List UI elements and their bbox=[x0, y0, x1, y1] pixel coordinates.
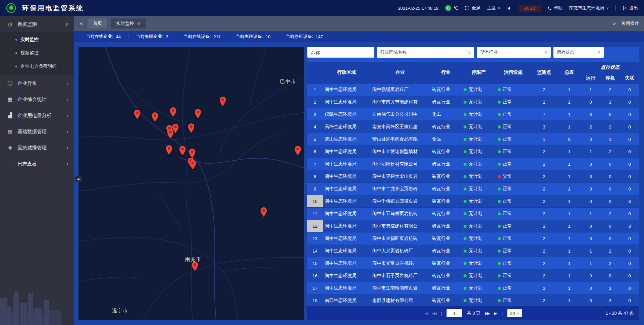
map-pin[interactable] bbox=[189, 160, 197, 170]
close-operations-dropdown[interactable]: 关闭操作 bbox=[621, 20, 639, 26]
announcement-button[interactable] bbox=[507, 6, 512, 11]
cell-monitor-points: 2 bbox=[531, 183, 557, 195]
map-collapse-handle[interactable]: ◀ bbox=[74, 175, 82, 183]
map-pin[interactable] bbox=[169, 107, 177, 117]
table-row[interactable]: 11 阆中生态环境局 阆中市五马桥页岩机砖 砖瓦行业 无计划 bbox=[307, 208, 639, 220]
cell-pollution-facility: 正常 bbox=[496, 146, 531, 158]
sidebar-group-log-view[interactable]: ≡ 日志查看 ‹ bbox=[0, 156, 74, 172]
alert-count-badge[interactable]: 2632 bbox=[519, 5, 541, 12]
cell-region: 阆中生态环境局 bbox=[323, 220, 370, 232]
region-filter-select[interactable]: 行政区域名称 ∨ bbox=[377, 47, 474, 58]
map-pin[interactable] bbox=[151, 112, 159, 122]
map-pin[interactable] bbox=[189, 148, 196, 158]
pagination-bar: |◀ ◀◀ | 共 3 页 ▶▶ ▶| | 20 ∨ bbox=[307, 306, 639, 320]
map-pin-icon bbox=[179, 146, 186, 156]
map-pin[interactable] bbox=[167, 129, 174, 139]
map-pin-icon bbox=[151, 112, 159, 122]
map-pin[interactable] bbox=[219, 96, 226, 106]
table-row[interactable]: 12 阆中生态环境局 阆中市忠信建材有限公 砖瓦行业 无计划 bbox=[307, 220, 639, 232]
sidebar-group-company-statistics[interactable]: ▦ 企业综合统计 ‹ bbox=[0, 91, 74, 107]
next-page-button[interactable]: ▶▶ bbox=[485, 311, 489, 316]
cell-region: 高坪生态环境局 bbox=[323, 121, 370, 133]
status-dot-icon bbox=[498, 262, 501, 265]
close-tab-icon[interactable]: ⊗ bbox=[137, 21, 141, 26]
name-filter-input[interactable] bbox=[307, 47, 374, 58]
status-dot-icon bbox=[464, 113, 467, 116]
sidebar-group-emergency-management[interactable]: ◈ 应急减排管理 ‹ bbox=[0, 140, 74, 156]
cell-running: 3 bbox=[581, 232, 600, 245]
table-row[interactable]: 9 阆中生态环境局 阆中市二龙长宝页岩砖 砖瓦行业 无计划 bbox=[307, 183, 639, 195]
table-row[interactable]: 14 阆中生态环境局 阆中大兴页岩机砖厂 砖瓦行业 无计划 bbox=[307, 245, 639, 257]
table-row[interactable]: 6 阆中生态环境局 阆中市金博瑞新型墙材 砖瓦行业 无计划 bbox=[307, 146, 639, 158]
sidebar-group-power-analysis[interactable]: ▟ 企业用电量分析 ‹ bbox=[0, 107, 74, 123]
cell-total-meter: 1 bbox=[557, 245, 581, 257]
status-dot-icon bbox=[498, 237, 501, 240]
tabs-scroll-left-icon[interactable]: « bbox=[78, 20, 84, 26]
table-row[interactable]: 4 高坪生态环境局 南充市高坪区王家店建 砖瓦行业 无计划 bbox=[307, 121, 639, 133]
table-row[interactable]: 2 阆中生态环境局 阆中市南方节能建材有 砖瓦行业 无计划 bbox=[307, 96, 639, 108]
sidebar: ◷ 数据监测 ∨ 实时监控 视频监控 企业电力负荷明细 bbox=[0, 16, 74, 325]
cell-pollution-facility: 正常 bbox=[496, 96, 531, 108]
cell-monitor-points: 2 bbox=[531, 294, 557, 306]
cell-region: 阆中生态环境局 bbox=[323, 158, 370, 170]
map-pin[interactable] bbox=[191, 261, 199, 271]
map-pin[interactable] bbox=[260, 207, 267, 217]
cell-running: 1 bbox=[581, 146, 600, 158]
prev-page-button[interactable]: ◀◀ bbox=[432, 311, 436, 316]
map-pin[interactable] bbox=[133, 109, 141, 119]
sidebar-group-company-abnormal[interactable]: ⓘ 企业异常 ‹ bbox=[0, 75, 74, 91]
page-number-input[interactable] bbox=[447, 309, 462, 317]
table-row[interactable]: 8 阆中生态环境局 阆中市枣碧大梁山页岩 砖瓦行业 无计划 bbox=[307, 170, 639, 183]
tabs-scroll-right-icon[interactable]: » bbox=[611, 20, 617, 26]
status-dot-icon bbox=[464, 200, 467, 203]
table-row[interactable]: 1 阆中生态环境局 阆中强锐页岩砖厂 砖瓦行业 无计划 bbox=[307, 84, 639, 96]
table-row[interactable]: 16 阆中生态环境局 阆中市石子页岩机砖厂 砖瓦行业 无计划 bbox=[307, 270, 639, 282]
first-page-button[interactable]: |◀ bbox=[424, 311, 427, 316]
cell-region: 阆中生态环境局 bbox=[323, 257, 370, 269]
cell-running: 1 bbox=[581, 245, 600, 257]
cell-region: 阆中生态环境局 bbox=[323, 245, 370, 257]
map-pin[interactable] bbox=[187, 123, 195, 133]
sidebar-item-power-load-detail[interactable]: 企业电力负荷明细 bbox=[0, 60, 74, 73]
tab-realtime-monitor[interactable]: 实时监控 ⊗ bbox=[111, 18, 146, 29]
cell-company: 阆中市金福旺页岩机砖 bbox=[370, 232, 430, 245]
industry-filter-select[interactable]: 所有行业 ∨ bbox=[477, 47, 551, 58]
table-row[interactable]: 5 营山生态环境局 营山县润丰肉食品有限 食品 无计划 bbox=[307, 133, 639, 146]
table-row[interactable]: 7 阆中生态环境局 阆中明阳建材有限公司 砖瓦行业 无计划 bbox=[307, 158, 639, 170]
sidebar-group-data-monitoring[interactable]: ◷ 数据监测 ∨ bbox=[0, 16, 74, 32]
last-page-button[interactable]: ▶| bbox=[494, 311, 497, 316]
cell-company: 阆中市五马桥页岩机砖 bbox=[370, 208, 430, 220]
status-filter-select[interactable]: 所有状态 ∨ bbox=[553, 47, 604, 58]
cell-company: 西南油气田分公司川中 bbox=[370, 108, 430, 120]
table-row[interactable]: 15 阆中生态环境局 阆中市光富页岩机砖厂 砖瓦行业 无计划 bbox=[307, 257, 639, 270]
sidebar-item-realtime-monitor[interactable]: 实时监控 bbox=[0, 33, 74, 46]
cell-row-number: 4 bbox=[307, 121, 323, 133]
cell-industry: 砖瓦行业 bbox=[430, 294, 462, 306]
sidebar-item-video-monitor[interactable]: 视频监控 bbox=[0, 46, 74, 60]
cell-offline: 0 bbox=[620, 208, 639, 220]
table-row[interactable]: 17 阆中生态环境局 阆中市江南镇阆南页岩 砖瓦行业 无计划 bbox=[307, 282, 639, 294]
col-header-running: 运行 bbox=[581, 73, 600, 83]
page-size-select[interactable]: 20 ∨ bbox=[507, 309, 522, 317]
table-row[interactable]: 3 仪陇生态环境局 西南油气田分公司川中 化工 无计划 bbox=[307, 108, 639, 121]
map-pin[interactable] bbox=[194, 109, 202, 119]
map-pin[interactable] bbox=[165, 145, 173, 155]
tab-home[interactable]: 首页 bbox=[88, 18, 107, 29]
table-row[interactable]: 18 南部生态环境局 南部县建材有限公司 砖瓦行业 无计划 bbox=[307, 294, 639, 306]
sidebar-group-label: 基础数据管理 bbox=[17, 128, 47, 135]
table-row[interactable]: 13 阆中生态环境局 阆中市金福旺页岩机砖 砖瓦行业 无计划 bbox=[307, 232, 639, 245]
sidebar-group-base-data[interactable]: ▤ 基础数据管理 ‹ bbox=[0, 123, 74, 140]
map-panel[interactable]: 巴中市 南充市 遂宁市 bbox=[78, 47, 304, 320]
theme-dropdown[interactable]: 主题 ∨ bbox=[487, 5, 500, 11]
sidebar-group-label: 日志查看 bbox=[17, 161, 37, 167]
cell-stopped: 0 bbox=[600, 158, 620, 170]
help-button[interactable]: 帮助 bbox=[547, 5, 562, 11]
logout-button[interactable]: 退出 bbox=[623, 5, 638, 11]
org-dropdown[interactable]: 南充市生态环境局 ∨ bbox=[569, 5, 609, 11]
map-pin[interactable] bbox=[179, 146, 186, 156]
status-dot-icon bbox=[464, 287, 467, 290]
fullscreen-button[interactable]: 全屏 bbox=[465, 5, 480, 11]
cell-stop-production: 无计划 bbox=[462, 245, 496, 257]
map-pin[interactable] bbox=[294, 146, 302, 156]
table-row[interactable]: 10 阆中生态环境局 阆中千佛镇五郎垭页岩 砖瓦行业 无计划 bbox=[307, 195, 639, 208]
